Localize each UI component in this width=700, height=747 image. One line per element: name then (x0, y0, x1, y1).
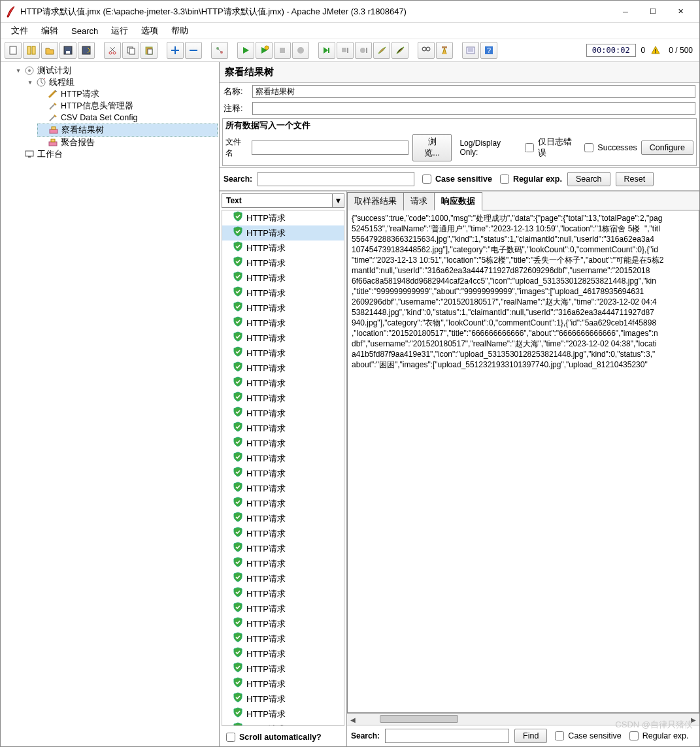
tree-header-manager[interactable]: HTTP信息头管理器 (61, 100, 133, 112)
tool-start-icon[interactable] (237, 42, 254, 59)
search-input[interactable] (258, 172, 414, 186)
tab-sampler-result[interactable]: 取样器结果 (347, 192, 404, 210)
browse-button[interactable]: 浏览... (412, 134, 452, 161)
close-button[interactable]: ✕ (667, 3, 694, 20)
case-sensitive-checkbox[interactable]: Case sensitive (420, 173, 492, 186)
tool-cut-icon[interactable] (104, 42, 121, 59)
tool-find-icon[interactable] (418, 42, 435, 59)
tree-collapse-icon[interactable]: ▾ (15, 65, 22, 76)
tool-shutdown-icon[interactable] (292, 42, 309, 59)
result-item[interactable]: HTTP请求 (222, 706, 344, 722)
tab-response-data[interactable]: 响应数据 (434, 192, 482, 210)
tool-toggle-icon[interactable] (211, 42, 228, 59)
configure-button[interactable]: Configure (641, 141, 693, 155)
scroll-right-icon[interactable]: ▶ (688, 714, 699, 725)
comment-input[interactable] (252, 102, 695, 115)
minimize-button[interactable]: ─ (612, 3, 639, 20)
tool-stop-icon[interactable] (274, 42, 291, 59)
result-item[interactable]: HTTP请求 (222, 316, 344, 331)
maximize-button[interactable]: ☐ (639, 3, 667, 20)
successes-checkbox[interactable]: Successes (582, 141, 637, 154)
tool-remote-start-icon[interactable] (318, 42, 335, 59)
result-item[interactable]: HTTP请求 (222, 526, 344, 541)
tool-new-icon[interactable] (5, 42, 22, 59)
result-item[interactable]: HTTP请求 (222, 331, 344, 346)
result-item[interactable]: HTTP请求 (222, 631, 344, 646)
errors-only-checkbox[interactable]: 仅日志错误 (522, 137, 578, 159)
tool-function-icon[interactable] (462, 42, 479, 59)
tree-collapse-icon[interactable]: ▾ (27, 76, 33, 88)
result-item[interactable]: HTTP请求 (222, 466, 344, 481)
renderer-combo[interactable]: Text ▼ (222, 193, 344, 208)
result-item[interactable]: HTTP请求 (222, 241, 344, 256)
result-item[interactable]: HTTP请求 (222, 511, 344, 526)
filename-input[interactable] (252, 141, 408, 155)
result-item[interactable]: HTTP请求 (222, 722, 344, 726)
tool-remote-stop-icon[interactable] (337, 42, 354, 59)
result-item[interactable]: HTTP请求 (222, 451, 344, 466)
result-item[interactable]: HTTP请求 (222, 286, 344, 301)
result-item[interactable]: HTTP请求 (222, 421, 344, 436)
tool-save-icon[interactable] (59, 42, 76, 59)
tool-remote-shutdown-icon[interactable] (355, 42, 372, 59)
tree-workbench[interactable]: 工作台 (37, 148, 63, 160)
regex-checkbox[interactable]: Regular exp. (497, 173, 562, 186)
reset-button[interactable]: Reset (616, 172, 654, 186)
tree-testplan[interactable]: 测试计划 (37, 65, 71, 76)
search-button[interactable]: Search (567, 172, 610, 186)
result-item[interactable]: HTTP请求 (222, 646, 344, 661)
result-item[interactable]: HTTP请求 (222, 406, 344, 421)
result-item[interactable]: HTTP请求 (222, 256, 344, 271)
name-input[interactable] (252, 85, 695, 98)
tree-threadgroup[interactable]: 线程组 (49, 76, 75, 88)
tree-view-results[interactable]: 察看结果树 (61, 124, 104, 136)
menu-help[interactable]: 帮助 (165, 24, 195, 38)
result-item[interactable]: HTTP请求 (222, 586, 344, 601)
tool-clear-icon[interactable] (373, 42, 390, 59)
result-item[interactable]: HTTP请求 (222, 361, 344, 376)
result-item[interactable]: HTTP请求 (222, 346, 344, 361)
tool-copy-icon[interactable] (122, 42, 139, 59)
tool-collapse-icon[interactable] (185, 42, 202, 59)
tool-templates-icon[interactable] (23, 42, 40, 59)
result-item[interactable]: HTTP请求 (222, 661, 344, 676)
horizontal-scrollbar[interactable]: ◀ ▶ (347, 713, 699, 725)
menu-options[interactable]: 选项 (135, 24, 165, 38)
result-item[interactable]: HTTP请求 (222, 301, 344, 316)
tool-clear-all-icon[interactable] (392, 42, 408, 59)
tool-help-icon[interactable]: ? (480, 42, 497, 59)
result-item[interactable]: HTTP请求 (222, 556, 344, 571)
tab-request[interactable]: 请求 (403, 192, 435, 210)
scroll-auto-checkbox[interactable]: Scroll automatically? (220, 728, 346, 746)
result-item[interactable]: HTTP请求 (222, 691, 344, 706)
find-button[interactable]: Find (514, 729, 547, 743)
tree-csv-config[interactable]: CSV Data Set Config (61, 112, 137, 124)
result-item[interactable]: HTTP请求 (222, 676, 344, 691)
tool-expand-icon[interactable] (167, 42, 184, 59)
menu-search[interactable]: Search (65, 25, 105, 37)
test-plan-tree[interactable]: ▾ 测试计划 ▾ 线程组 HTTP请求 HTTP信息头管理器 (1, 62, 220, 746)
tool-saveas-icon[interactable] (78, 42, 95, 59)
chevron-down-icon[interactable]: ▼ (332, 194, 344, 207)
result-list[interactable]: HTTP请求HTTP请求HTTP请求HTTP请求HTTP请求HTTP请求HTTP… (222, 210, 344, 726)
result-item[interactable]: HTTP请求 (222, 210, 344, 225)
scroll-left-icon[interactable]: ◀ (347, 714, 359, 725)
tree-http-request[interactable]: HTTP请求 (61, 88, 99, 100)
result-item[interactable]: HTTP请求 (222, 601, 344, 616)
bottom-search-input[interactable] (385, 729, 509, 743)
result-item[interactable]: HTTP请求 (222, 376, 344, 391)
result-item[interactable]: HTTP请求 (222, 225, 344, 241)
result-item[interactable]: HTTP请求 (222, 391, 344, 406)
result-item[interactable]: HTTP请求 (222, 436, 344, 451)
result-item[interactable]: HTTP请求 (222, 571, 344, 586)
result-item[interactable]: HTTP请求 (222, 496, 344, 511)
tool-paste-icon[interactable] (141, 42, 158, 59)
menu-run[interactable]: 运行 (105, 24, 135, 38)
bottom-regex-checkbox[interactable]: Regular exp. (627, 729, 689, 742)
response-body[interactable]: {"success":true,"code":1000,"msg":"处理成功"… (347, 210, 699, 713)
tree-aggregate-report[interactable]: 聚合报告 (61, 137, 95, 148)
menu-edit[interactable]: 编辑 (35, 24, 65, 38)
bottom-case-checkbox[interactable]: Case sensitive (552, 729, 621, 742)
scroll-thumb[interactable] (380, 715, 458, 723)
menu-file[interactable]: 文件 (5, 24, 35, 38)
